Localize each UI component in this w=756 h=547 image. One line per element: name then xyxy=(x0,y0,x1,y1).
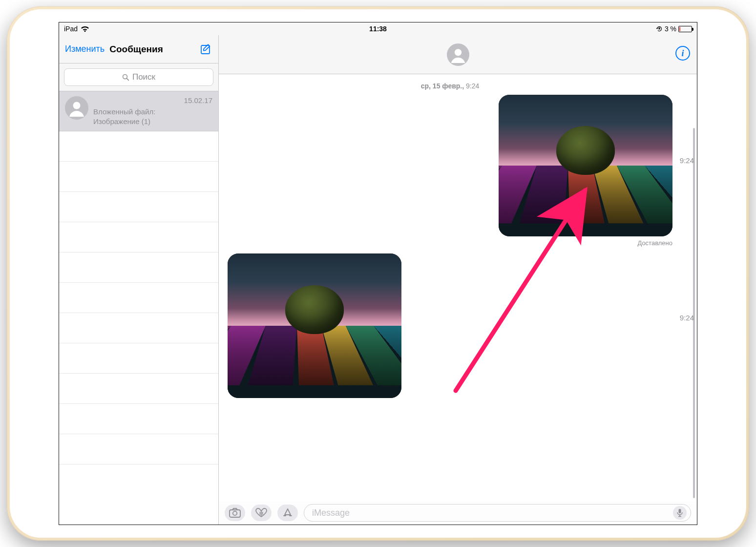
mic-button[interactable] xyxy=(673,506,687,520)
info-button[interactable]: i xyxy=(675,46,690,61)
battery-text: 3 % xyxy=(665,25,676,33)
search-placeholder: Поиск xyxy=(132,72,155,82)
heart-icon xyxy=(255,508,268,518)
conversation-list: 15.02.17 Вложенный файл: Изображение (1) xyxy=(59,91,218,525)
chat-panel: i ср, 15 февр., 9:24 9:24 xyxy=(219,35,697,525)
svg-point-5 xyxy=(454,49,461,56)
orientation-lock-icon xyxy=(656,25,663,32)
battery-icon xyxy=(678,26,692,32)
conversation-preview-line: Вложенный файл: xyxy=(93,107,212,117)
svg-rect-0 xyxy=(658,28,660,30)
sidebar: Изменить Сообщения Поиск xyxy=(59,35,219,525)
wifi-icon xyxy=(81,26,89,32)
messages-area[interactable]: ср, 15 февр., 9:24 9:24 xyxy=(219,74,697,501)
image-attachment[interactable] xyxy=(499,95,672,236)
svg-point-8 xyxy=(233,511,237,515)
chat-header: i xyxy=(219,35,697,74)
sent-message[interactable] xyxy=(228,95,672,236)
contact-avatar[interactable] xyxy=(447,43,469,66)
compose-button[interactable] xyxy=(200,43,212,56)
ipad-frame: iPad 11:38 3 % Изм xyxy=(7,6,749,541)
message-input[interactable]: iMessage xyxy=(304,504,691,522)
svg-point-4 xyxy=(73,102,81,109)
edit-button[interactable]: Изменить xyxy=(65,44,105,54)
compose-bar: iMessage xyxy=(219,501,697,525)
conversation-name xyxy=(93,96,96,106)
svg-rect-14 xyxy=(679,509,681,513)
screen: iPad 11:38 3 % Изм xyxy=(59,22,697,525)
message-time: 9:24 xyxy=(680,156,694,165)
scrollbar[interactable] xyxy=(693,128,695,498)
conversation-preview-line: Изображение (1) xyxy=(93,117,212,126)
camera-icon xyxy=(229,508,241,518)
svg-line-3 xyxy=(126,78,128,80)
app-store-icon xyxy=(282,507,293,518)
search-icon xyxy=(122,74,129,81)
conversation-item[interactable]: 15.02.17 Вложенный файл: Изображение (1) xyxy=(59,91,218,131)
delivered-label: Доставлено xyxy=(228,239,672,247)
device-label: iPad xyxy=(64,25,78,33)
conversation-date: 15.02.17 xyxy=(184,96,212,106)
sidebar-header: Изменить Сообщения xyxy=(59,35,218,63)
app-store-button[interactable] xyxy=(277,505,298,521)
search-input[interactable]: Поиск xyxy=(64,68,213,86)
avatar-icon xyxy=(65,96,88,120)
status-bar: iPad 11:38 3 % xyxy=(59,22,697,35)
image-attachment[interactable] xyxy=(228,253,401,398)
message-placeholder: iMessage xyxy=(312,508,350,518)
clock: 11:38 xyxy=(369,25,387,33)
message-time: 9:24 xyxy=(680,314,694,322)
sidebar-title: Сообщения xyxy=(109,44,163,55)
received-message[interactable] xyxy=(228,253,672,398)
date-header: ср, 15 февр., 9:24 xyxy=(228,82,672,90)
camera-button[interactable] xyxy=(225,505,245,521)
digital-touch-button[interactable] xyxy=(251,505,272,521)
microphone-icon xyxy=(676,508,683,517)
